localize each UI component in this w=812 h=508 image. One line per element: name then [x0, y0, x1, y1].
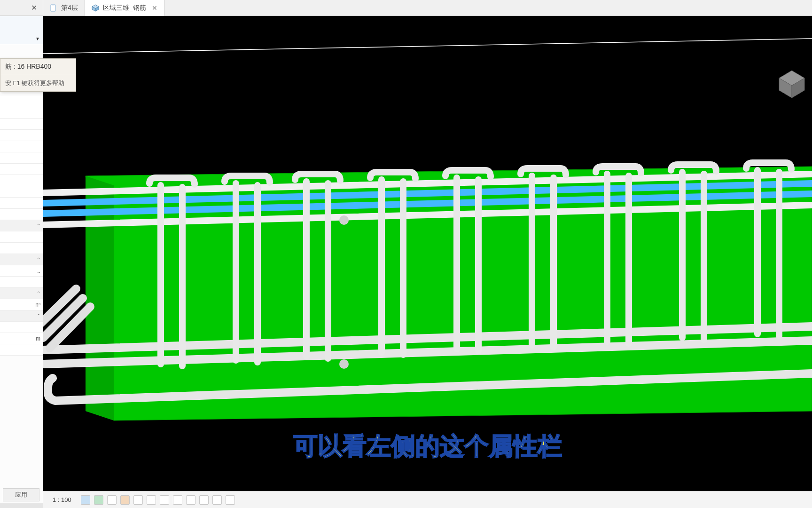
- link-icon[interactable]: [147, 495, 156, 505]
- type-selector[interactable]: ▾: [0, 16, 43, 44]
- tab-label: 区域三维_钢筋: [103, 4, 146, 12]
- subtitle-text: 可以看左侧的这个属性栏: [293, 430, 562, 463]
- panel-close-area: ✕: [0, 0, 43, 16]
- cube-icon: [92, 4, 99, 12]
- ruler-icon[interactable]: [107, 495, 117, 505]
- apply-button[interactable]: 应用: [3, 488, 39, 501]
- 3d-model: [43, 16, 812, 491]
- model-icon[interactable]: [81, 495, 90, 505]
- print-icon[interactable]: [186, 495, 195, 505]
- status-bar: 1 : 100: [43, 491, 812, 508]
- 3d-viewport[interactable]: 可以看左侧的这个属性栏: [43, 16, 812, 491]
- view-cube[interactable]: [775, 68, 808, 101]
- property-row[interactable]: [0, 277, 43, 288]
- svg-line-5: [43, 39, 812, 54]
- svg-point-16: [339, 359, 349, 369]
- scale-label[interactable]: 1 : 100: [49, 496, 75, 503]
- statusbar-icons: [81, 495, 235, 505]
- filter-icon[interactable]: [133, 495, 143, 505]
- property-row[interactable]: [0, 141, 43, 152]
- property-row[interactable]: [0, 243, 43, 254]
- property-row[interactable]: m: [0, 333, 43, 344]
- property-group-header[interactable]: ⌃: [0, 220, 43, 231]
- tag-icon[interactable]: [120, 495, 130, 505]
- save-icon[interactable]: [173, 495, 182, 505]
- document-icon: [50, 4, 57, 12]
- property-row[interactable]: [0, 344, 43, 356]
- property-row[interactable]: [0, 96, 43, 107]
- property-row[interactable]: [0, 209, 43, 220]
- caret-icon[interactable]: [226, 495, 235, 505]
- tooltip-title: 筋 : 16 HRB400: [0, 59, 76, 75]
- property-row[interactable]: ..: [0, 265, 43, 277]
- tooltip: 筋 : 16 HRB400 安 F1 键获得更多帮助: [0, 58, 76, 92]
- property-group-header[interactable]: ⌃: [0, 254, 43, 265]
- tab-layer4[interactable]: 第4层: [43, 0, 85, 16]
- property-row[interactable]: [0, 322, 43, 333]
- property-row[interactable]: [0, 198, 43, 209]
- property-row[interactable]: [0, 119, 43, 130]
- property-rows: ⌃ ⌃ .. ⌃ n³ ⌃ m: [0, 96, 43, 356]
- property-row[interactable]: [0, 164, 43, 175]
- property-group-header[interactable]: ⌃: [0, 310, 43, 322]
- property-row[interactable]: [0, 231, 43, 243]
- close-icon[interactable]: ✕: [152, 4, 157, 12]
- tab-label: 第4层: [61, 4, 78, 12]
- svg-point-15: [339, 215, 349, 225]
- refresh-icon[interactable]: [160, 495, 169, 505]
- property-row[interactable]: n³: [0, 299, 43, 310]
- property-row[interactable]: [0, 107, 43, 119]
- property-group-header[interactable]: ⌃: [0, 288, 43, 299]
- close-icon[interactable]: ✕: [31, 3, 37, 12]
- cloud-icon[interactable]: [212, 495, 222, 505]
- property-row[interactable]: [0, 175, 43, 186]
- property-row[interactable]: [0, 152, 43, 164]
- tooltip-help: 安 F1 键获得更多帮助: [0, 75, 76, 91]
- tab-3d-rebar[interactable]: 区域三维_钢筋 ✕: [85, 0, 164, 16]
- grid-icon[interactable]: [199, 495, 209, 505]
- cube-icon[interactable]: [94, 495, 103, 505]
- tab-bar: ✕ 第4层 区域三维_钢筋 ✕: [0, 0, 812, 16]
- property-row[interactable]: [0, 130, 43, 141]
- property-row[interactable]: [0, 186, 43, 198]
- chevron-down-icon: ▾: [36, 35, 39, 42]
- svg-rect-1: [52, 6, 55, 6]
